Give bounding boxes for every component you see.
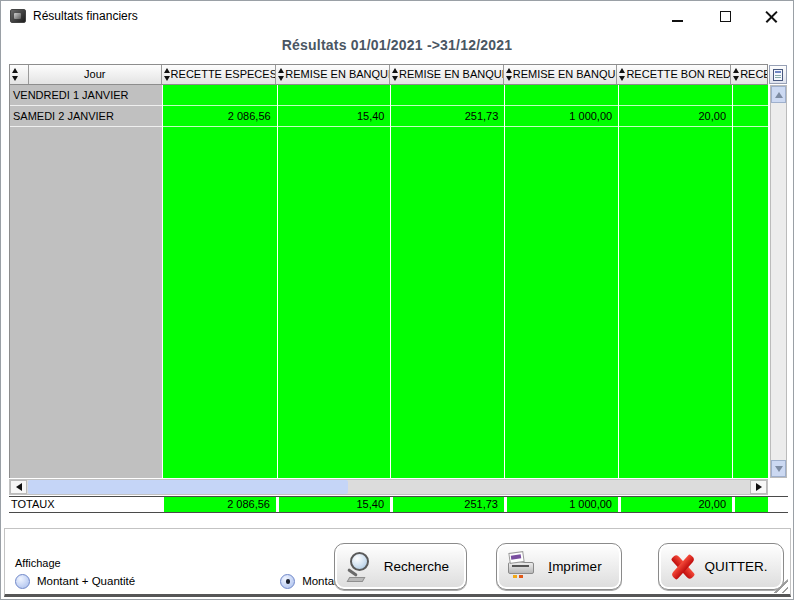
close-icon <box>765 10 778 23</box>
column-recette-especes: 2 086,56 <box>162 85 277 478</box>
totals-label: TOTAUX <box>9 497 161 512</box>
column-remise-banque-c: 251,73 <box>390 85 504 478</box>
copy-sheet-icon <box>773 69 783 81</box>
close-button[interactable] <box>755 6 787 27</box>
table-cell[interactable]: 2 086,56 <box>163 106 277 127</box>
table-cell[interactable]: 1 000,00 <box>505 106 618 127</box>
table-cell[interactable]: 20,00 <box>619 106 732 127</box>
sort-icon <box>163 68 172 81</box>
search-button[interactable]: Recherche <box>334 543 467 590</box>
sort-icon <box>277 68 286 81</box>
print-label: Imprimer <box>537 559 613 574</box>
app-window: Résultats financiers Résultats 01/01/202… <box>0 0 794 600</box>
sort-icon <box>732 68 741 81</box>
table-cell[interactable] <box>278 85 391 106</box>
radio-selected-icon[interactable] <box>280 574 295 589</box>
app-icon <box>10 9 26 23</box>
vertical-scrollbar[interactable] <box>770 85 787 478</box>
triangle-up-icon <box>775 92 783 98</box>
page-title: Résultats 01/01/2021 ->31/12/2021 <box>1 37 793 53</box>
horizontal-scrollbar[interactable] <box>9 479 768 495</box>
triangle-down-icon <box>775 466 783 472</box>
column-header-remise-banque-t[interactable]: REMISE EN BANQUE T <box>276 65 390 84</box>
totals-cell: 15,40 <box>276 497 390 512</box>
maximize-icon <box>720 11 731 22</box>
radio-icon[interactable] <box>15 574 30 589</box>
table-cell[interactable] <box>619 85 732 106</box>
column-header-recette-especes[interactable]: RECETTE ESPECES <box>162 65 277 84</box>
radio-montant-quantite[interactable]: Montant + Quantité <box>15 574 135 589</box>
triangle-left-icon <box>16 483 22 491</box>
affichage-label: Affichage <box>15 557 61 569</box>
bottom-panel: Affichage Montant + Quantité Montant Qua… <box>4 528 791 597</box>
table-cell[interactable] <box>163 85 277 106</box>
scroll-left-button[interactable] <box>10 480 27 494</box>
table-cell[interactable]: 251,73 <box>391 106 504 127</box>
column-header-recette-bon-reduc[interactable]: RECETTE BON REDUC <box>617 65 731 84</box>
totals-cell: 2 086,56 <box>161 497 276 512</box>
table-cell-jour[interactable]: SAMEDI 2 JANVIER <box>10 106 162 127</box>
sort-icon <box>11 68 20 81</box>
totals-cell: 251,73 <box>390 497 504 512</box>
column-remise-banque-t: 15,40 <box>277 85 391 478</box>
sort-icon <box>618 68 627 81</box>
table-cell[interactable] <box>505 85 618 106</box>
sort-icon <box>505 68 514 81</box>
magnifier-icon <box>345 551 375 583</box>
copy-grid-button[interactable] <box>769 65 787 84</box>
totals-cell: 1 000,00 <box>504 497 618 512</box>
quit-button[interactable]: QUITTER. <box>658 543 784 590</box>
column-header-jour[interactable]: Jour <box>29 65 162 84</box>
column-header-remise-banque-c[interactable]: REMISE EN BANQUE C <box>390 65 504 84</box>
column-header-remise-banque-b[interactable]: REMISE EN BANQUE B <box>504 65 618 84</box>
table-cell-jour[interactable]: VENDREDI 1 JANVIER <box>10 85 162 106</box>
minimize-icon <box>672 20 683 22</box>
scroll-right-button[interactable] <box>750 480 767 494</box>
column-jour: VENDREDI 1 JANVIER SAMEDI 2 JANVIER <box>10 85 162 478</box>
sort-icon <box>391 68 400 81</box>
red-x-icon <box>669 552 697 582</box>
column-header-sort[interactable] <box>10 65 29 84</box>
title-bar: Résultats financiers <box>1 1 793 31</box>
column-header-recet[interactable]: RECET <box>731 65 767 84</box>
table-body: VENDREDI 1 JANVIER SAMEDI 2 JANVIER 2 08… <box>9 85 768 478</box>
column-recette-bon-reduc: 20,00 <box>618 85 732 478</box>
column-remise-banque-b: 1 000,00 <box>504 85 618 478</box>
window-title: Résultats financiers <box>33 9 138 23</box>
scroll-down-button[interactable] <box>771 460 786 477</box>
column-recet <box>732 85 768 478</box>
triangle-right-icon <box>756 483 762 491</box>
horizontal-scrollbar-thumb[interactable] <box>28 480 348 494</box>
print-button[interactable]: Imprimer <box>496 543 622 590</box>
printer-icon <box>507 551 537 583</box>
table-cell[interactable]: 15,40 <box>278 106 391 127</box>
totals-cell: 20,00 <box>618 497 732 512</box>
table-cell[interactable] <box>733 106 768 127</box>
minimize-button[interactable] <box>661 6 693 27</box>
table-cell[interactable] <box>733 85 768 106</box>
totals-row: TOTAUX 2 086,56 15,40 251,73 1 000,00 20… <box>9 496 788 513</box>
table-cell[interactable] <box>391 85 504 106</box>
table-header-row: Jour RECETTE ESPECES REMISE EN BANQUE T … <box>9 64 768 85</box>
maximize-button[interactable] <box>709 6 741 27</box>
totals-cell <box>732 497 768 512</box>
scroll-up-button[interactable] <box>771 86 786 103</box>
